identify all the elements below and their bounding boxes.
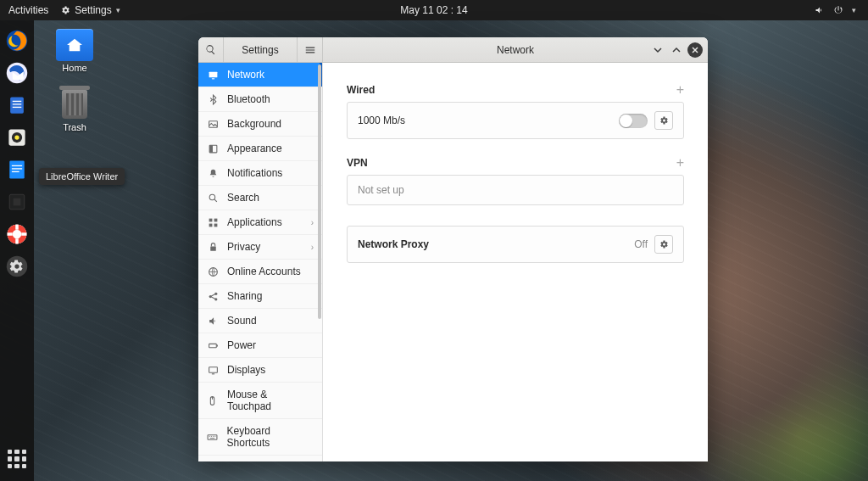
svg-rect-41 (208, 434, 217, 439)
svg-point-27 (209, 194, 215, 200)
gear-icon (659, 239, 669, 249)
thunderbird-icon (5, 61, 29, 85)
window-title: Network (497, 44, 534, 56)
firefox-icon (5, 29, 29, 53)
trash-icon (56, 88, 93, 120)
network-proxy-row[interactable]: Network Proxy Off (347, 226, 684, 263)
wired-speed-label: 1000 Mb/s (358, 115, 405, 126)
sidebar-item-label: Mouse & Touchpad (227, 389, 314, 412)
dock-rhythmbox[interactable] (2, 122, 32, 153)
background-icon (207, 119, 219, 130)
sidebar-item-label: Bluetooth (227, 93, 270, 105)
sidebar-item-mouse[interactable]: Mouse & Touchpad (198, 383, 322, 419)
settings-content: Wired + 1000 Mb/s VPN + Not set up (323, 63, 708, 461)
settings-window: Settings Network Ne (198, 37, 708, 461)
add-vpn-button[interactable]: + (676, 156, 684, 170)
wired-connection-row[interactable]: 1000 Mb/s (347, 102, 684, 139)
sidebar-item-power[interactable]: Power (198, 333, 322, 358)
lifebuoy-icon (5, 222, 29, 246)
svg-point-8 (14, 135, 19, 139)
sidebar-item-search[interactable]: Search (198, 186, 322, 210)
svg-rect-9 (9, 161, 25, 179)
power-icon[interactable] (833, 5, 843, 15)
window-titlebar[interactable]: Settings Network (198, 37, 708, 63)
dock-help[interactable] (2, 219, 32, 249)
sidebar-item-privacy[interactable]: Privacy › (198, 235, 322, 260)
proxy-settings-button[interactable] (654, 235, 673, 254)
displays-icon (207, 365, 219, 376)
svg-rect-2 (10, 97, 24, 113)
dock-unknown-app[interactable] (2, 187, 32, 217)
topbar-clock[interactable]: May 11 02 : 14 (400, 4, 467, 16)
svg-rect-39 (209, 366, 217, 372)
dock-show-apps[interactable] (2, 444, 32, 474)
wired-toggle[interactable] (619, 114, 648, 128)
window-maximize-button[interactable] (669, 42, 684, 58)
sidebar-item-notifications[interactable]: Notifications (198, 161, 322, 186)
network-icon (207, 70, 219, 81)
sidebar-item-online-accounts[interactable]: Online Accounts (198, 260, 322, 284)
topbar-app-menu[interactable]: Settings ▾ (60, 4, 120, 16)
dock-files[interactable] (2, 90, 32, 120)
svg-rect-23 (211, 78, 214, 79)
dock (0, 20, 34, 481)
gear-icon (60, 5, 70, 15)
sidebar-item-sharing[interactable]: Sharing (198, 284, 322, 309)
sidebar-item-label: Online Accounts (227, 266, 301, 277)
sidebar-item-printers[interactable]: Printers (198, 456, 322, 461)
sidebar-item-label: Privacy (227, 241, 260, 253)
desktop-icon-home[interactable]: Home (49, 29, 100, 73)
keyboard-icon (207, 432, 219, 443)
sidebar-item-keyboard[interactable]: Keyboard Shortcuts (198, 419, 322, 456)
sound-icon (207, 316, 219, 327)
titlebar-hamburger-button[interactable] (297, 37, 322, 62)
sidebar-item-network[interactable]: Network (198, 63, 322, 87)
sidebar-scrollbar[interactable] (318, 64, 321, 319)
files-icon (5, 93, 29, 117)
svg-rect-5 (13, 107, 22, 108)
sidebar-item-appearance[interactable]: Appearance (198, 137, 322, 161)
sidebar-item-label: Displays (227, 364, 265, 376)
activities-button[interactable]: Activities (8, 4, 48, 16)
vpn-status-label: Not set up (358, 184, 404, 196)
dock-firefox[interactable] (2, 25, 32, 56)
section-wired-header: Wired + (347, 83, 684, 97)
proxy-title: Network Proxy (358, 238, 429, 250)
sidebar-item-label: Power (227, 339, 256, 351)
titlebar-search-button[interactable] (198, 37, 224, 62)
volume-icon[interactable] (815, 5, 825, 15)
topbar-app-label: Settings (75, 4, 111, 16)
chevron-down-icon[interactable]: ▾ (852, 6, 856, 14)
wired-settings-button[interactable] (654, 111, 673, 130)
sidebar-item-bluetooth[interactable]: Bluetooth (198, 87, 322, 112)
window-minimize-button[interactable] (650, 42, 665, 58)
desktop-icon-label: Home (49, 63, 100, 73)
gear-icon (659, 115, 669, 126)
dock-libreoffice-writer[interactable] (2, 154, 32, 185)
sidebar-item-background[interactable]: Background (198, 112, 322, 137)
sidebar-item-applications[interactable]: Applications › (198, 210, 322, 235)
sidebar-item-displays[interactable]: Displays (198, 358, 322, 383)
svg-rect-32 (210, 246, 216, 250)
top-bar: Activities Settings ▾ May 11 02 : 14 ▾ (0, 0, 868, 20)
svg-point-21 (7, 256, 28, 277)
settings-sidebar: Network Bluetooth Background Appearance … (198, 63, 323, 461)
window-close-button[interactable] (687, 42, 703, 58)
sidebar-item-sound[interactable]: Sound (198, 309, 322, 333)
desktop-icon-trash[interactable]: Trash (49, 88, 100, 132)
svg-rect-12 (12, 171, 19, 172)
svg-rect-19 (8, 232, 13, 236)
apps-icon (207, 217, 219, 228)
dock-tooltip: LibreOffice Writer (39, 168, 125, 185)
svg-rect-11 (12, 168, 22, 169)
dock-thunderbird[interactable] (2, 58, 32, 88)
svg-rect-30 (209, 223, 212, 227)
add-wired-button[interactable]: + (676, 83, 684, 97)
speaker-icon (5, 126, 29, 149)
dock-settings[interactable] (2, 251, 32, 282)
sidebar-item-label: Sound (227, 315, 257, 327)
apps-grid-icon (8, 450, 26, 468)
vpn-row: Not set up (347, 175, 684, 205)
sidebar-item-label: Notifications (227, 167, 282, 179)
sidebar-item-label: Background (227, 118, 281, 130)
